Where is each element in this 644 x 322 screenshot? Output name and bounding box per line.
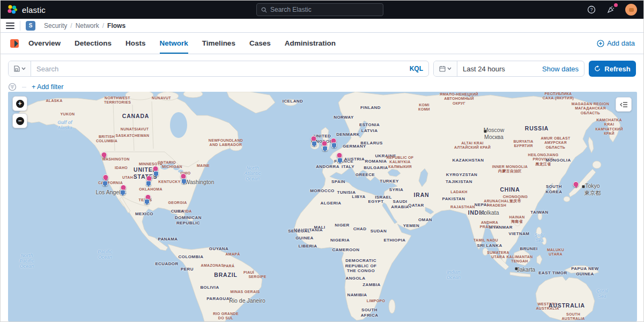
newsfeed-icon[interactable] xyxy=(606,5,616,14)
security-network-flows-page: elastic Search Elastic ? xyxy=(0,0,644,322)
refresh-label: Refresh xyxy=(604,65,630,73)
flow-marker-blue[interactable] xyxy=(331,143,337,148)
help-icon[interactable]: ? xyxy=(587,5,596,14)
global-search-placeholder: Search Elastic xyxy=(270,6,312,13)
notification-dot xyxy=(614,3,618,7)
breadcrumb: Security / Network / Flows xyxy=(44,22,125,30)
flow-marker-blue[interactable] xyxy=(337,158,343,163)
flow-marker-blue[interactable] xyxy=(312,141,317,147)
plus-circle-icon xyxy=(597,40,604,47)
query-bar: Search KQL Last 24 hours Show dates xyxy=(8,61,636,77)
flow-marker-blue[interactable] xyxy=(120,190,125,195)
space-badge[interactable]: S xyxy=(26,21,35,31)
saved-query-icon xyxy=(13,65,20,72)
time-range-value[interactable]: Last 24 hours xyxy=(457,61,537,76)
refresh-icon xyxy=(594,65,601,72)
flow-marker-blue[interactable] xyxy=(144,199,150,204)
search-placeholder: Search xyxy=(36,65,58,73)
tab-overview[interactable]: Overview xyxy=(28,33,61,54)
calendar-icon xyxy=(439,65,446,72)
svg-text:?: ? xyxy=(590,7,593,12)
world-map-land xyxy=(8,92,637,321)
plus-icon: + xyxy=(16,100,24,108)
breadcrumb-flows: Flows xyxy=(107,22,125,30)
breadcrumb-bar: S Security / Network / Flows xyxy=(1,19,643,33)
legend-collapse-button[interactable] xyxy=(616,97,632,112)
chevron-down-icon xyxy=(21,67,26,70)
security-tabs: OverviewDetectionsHostsNetworkTimelinesC… xyxy=(28,33,336,54)
tab-administration[interactable]: Administration xyxy=(285,33,336,54)
brand-name: elastic xyxy=(22,5,46,14)
zoom-in-button[interactable]: + xyxy=(12,96,27,111)
breadcrumb-network[interactable]: Network xyxy=(76,22,99,30)
zoom-out-button[interactable]: − xyxy=(12,113,27,128)
security-nav: OverviewDetectionsHostsNetworkTimelinesC… xyxy=(1,33,643,54)
global-search-input[interactable]: Search Elastic xyxy=(256,3,383,16)
refresh-button[interactable]: Refresh xyxy=(589,61,636,77)
add-filter-button[interactable]: + Add filter xyxy=(32,83,63,91)
map-zoom-controls: + − xyxy=(12,96,27,128)
chevron-down-icon xyxy=(447,67,451,70)
flow-marker-pink[interactable] xyxy=(101,152,107,158)
city-dot xyxy=(484,130,487,133)
tab-hosts[interactable]: Hosts xyxy=(125,33,146,54)
tab-network[interactable]: Network xyxy=(160,33,188,54)
tab-cases[interactable]: Cases xyxy=(249,33,271,54)
collapse-legend-icon xyxy=(620,101,628,108)
divider xyxy=(20,21,20,31)
add-data-button[interactable]: Add data xyxy=(597,39,635,47)
flow-marker-pink[interactable] xyxy=(573,181,579,187)
flow-marker-blue[interactable] xyxy=(181,179,187,184)
tab-timelines[interactable]: Timelines xyxy=(202,33,235,54)
add-data-label: Add data xyxy=(607,39,635,47)
flow-marker-blue[interactable] xyxy=(322,146,328,151)
flow-marker-pink[interactable] xyxy=(103,174,109,180)
menu-icon[interactable] xyxy=(6,23,14,29)
city-dot xyxy=(515,267,518,270)
network-flows-map[interactable]: + − ALASKAYUKONNORTHWEST TERRITORIESNUNA… xyxy=(8,92,637,321)
divider xyxy=(22,87,26,87)
search-icon xyxy=(261,7,267,13)
elastic-logo-icon xyxy=(7,5,18,14)
kql-search-input[interactable]: Search xyxy=(31,61,404,76)
saved-query-menu-button[interactable] xyxy=(9,61,31,76)
city-dot xyxy=(582,185,585,188)
date-quick-select-button[interactable] xyxy=(434,61,457,76)
user-avatar[interactable] xyxy=(625,4,637,16)
date-picker-group: Last 24 hours Show dates xyxy=(433,61,584,77)
flow-marker-blue[interactable] xyxy=(153,171,159,177)
security-solution-icon xyxy=(9,38,20,49)
show-dates-button[interactable]: Show dates xyxy=(537,61,584,76)
filter-icon[interactable] xyxy=(8,83,17,91)
minus-icon: − xyxy=(16,117,24,125)
query-language-button[interactable]: KQL xyxy=(404,61,428,76)
filter-row: + Add filter xyxy=(8,81,636,93)
flow-marker-blue[interactable] xyxy=(102,181,108,186)
tab-detections[interactable]: Detections xyxy=(75,33,112,54)
flow-marker-blue[interactable] xyxy=(146,181,151,186)
breadcrumb-security[interactable]: Security xyxy=(44,22,67,30)
kibana-header: elastic Search Elastic ? xyxy=(1,1,643,19)
